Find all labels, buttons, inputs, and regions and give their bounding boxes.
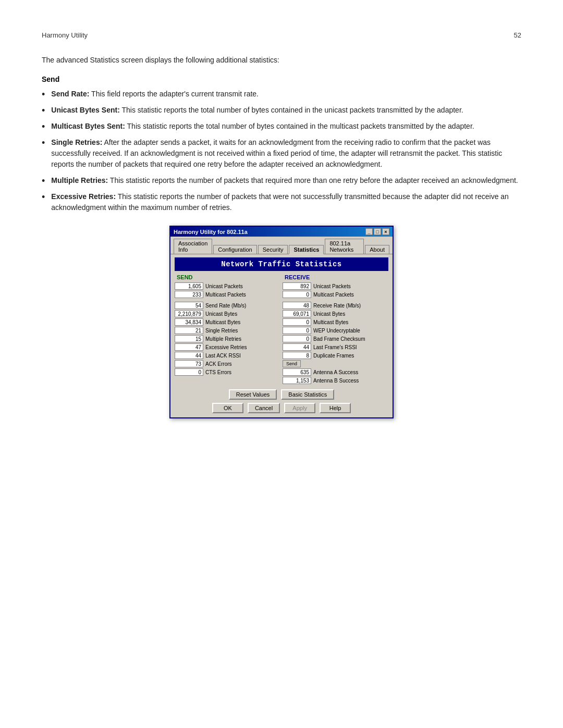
- send-excessive-retries: 47 Excessive Retries: [175, 343, 280, 351]
- bullet-text: Send Rate: This field reports the adapte…: [51, 89, 259, 100]
- recv-last-rssi-value: 44: [283, 343, 311, 351]
- send-multiple-retries: 15 Multiple Retries: [175, 335, 280, 342]
- recv-receive-rate: 48 Receive Rate (Mb/s): [283, 302, 388, 309]
- recv-multicast-packets-label: Multicast Packets: [313, 292, 354, 298]
- apply-button[interactable]: Apply: [284, 403, 315, 413]
- send-ack-errors: 73 ACK Errors: [175, 360, 280, 367]
- tab-security[interactable]: Security: [258, 245, 288, 254]
- send-unicast-packets-label: Unicast Packets: [205, 283, 243, 289]
- send-single-retries-value: 21: [175, 327, 203, 334]
- recv-antenna-b-label: Antenna B Success: [313, 378, 359, 384]
- bullet-text: Multiple Retries: This statistic reports…: [51, 175, 518, 186]
- send-row-multicast-packets: 233 Multicast Packets: [175, 291, 280, 298]
- send-last-ack-rssi: 44 Last ACK RSSI: [175, 352, 280, 359]
- recv-multicast-packets-value: 0: [283, 291, 311, 298]
- dialog-body: Network Traffic Statistics SEND 1,605 Un…: [170, 254, 393, 417]
- page-number: 52: [514, 31, 521, 39]
- send-single-retries-label: Single Retries: [205, 328, 238, 334]
- dialog-tabs: Association Info Configuration Security …: [170, 237, 393, 254]
- dialog-titlebar: Harmony Utility for 802.11a _ □ ×: [170, 227, 393, 237]
- bullet-symbol: •: [42, 106, 45, 115]
- receive-bottom-col: 48 Receive Rate (Mb/s) 69,071 Unicast By…: [283, 302, 388, 385]
- bullet-item: •Multiple Retries: This statistic report…: [42, 175, 521, 186]
- dialog-container: Harmony Utility for 802.11a _ □ × Associ…: [42, 226, 521, 418]
- recv-antenna-a-label: Antenna A Success: [313, 369, 358, 375]
- basic-statistics-button[interactable]: Basic Statistics: [281, 389, 334, 400]
- send-multicast-packets-label: Multicast Packets: [205, 292, 246, 298]
- send-bottom-col: 54 Send Rate (Mb/s) 2,210,879 Unicast By…: [175, 302, 280, 385]
- send-row-unicast-packets: 1,605 Unicast Packets: [175, 282, 280, 290]
- recv-wep-label: WEP Undecryptable: [313, 328, 360, 334]
- send-excessive-retries-label: Excessive Retries: [205, 344, 247, 350]
- recv-row-multicast-packets: 0 Multicast Packets: [283, 291, 388, 298]
- recv-duplicate-frames: 8 Duplicate Frames: [283, 352, 388, 359]
- send-cts-errors-value: 0: [175, 368, 203, 376]
- recv-unicast-bytes: 69,071 Unicast Bytes: [283, 310, 388, 317]
- tab-statistics[interactable]: Statistics: [289, 245, 324, 254]
- send-excessive-retries-value: 47: [175, 343, 203, 351]
- dialog-window: Harmony Utility for 802.11a _ □ × Associ…: [169, 226, 394, 418]
- tab-about[interactable]: About: [365, 245, 389, 254]
- send-label-row: Send: [283, 360, 388, 367]
- bullet-item: •Send Rate: This field reports the adapt…: [42, 89, 521, 100]
- recv-duplicate-value: 8: [283, 352, 311, 359]
- send-cts-errors: 0 CTS Errors: [175, 368, 280, 376]
- tab-configuration[interactable]: Configuration: [213, 245, 256, 254]
- bullet-list: •Send Rate: This field reports the adapt…: [42, 89, 521, 213]
- bullet-item: •Single Retries: After the adapter sends…: [42, 137, 521, 170]
- send-single-retries: 21 Single Retries: [175, 327, 280, 334]
- maximize-button[interactable]: □: [374, 228, 381, 235]
- help-button[interactable]: Help: [320, 403, 351, 413]
- tab-association-info[interactable]: Association Info: [174, 239, 212, 254]
- recv-antenna-b: 1,153 Antenna B Success: [283, 377, 388, 384]
- minimize-button[interactable]: _: [365, 228, 373, 235]
- stats-top-section: SEND 1,605 Unicast Packets 233 Multicast…: [175, 274, 388, 299]
- recv-antenna-a-value: 635: [283, 368, 311, 376]
- ok-button[interactable]: OK: [212, 403, 243, 413]
- recv-antenna-b-value: 1,153: [283, 377, 311, 384]
- tab-networks[interactable]: 802.11a Networks: [325, 239, 364, 254]
- stats-bottom-section: 54 Send Rate (Mb/s) 2,210,879 Unicast By…: [175, 302, 388, 385]
- recv-unicast-packets-label: Unicast Packets: [313, 283, 351, 289]
- receive-section: RECEIVE 892 Unicast Packets 0 Multicast …: [283, 274, 388, 299]
- page-header: Harmony Utility 52: [42, 31, 521, 39]
- send-multicast-bytes-value: 34,834: [175, 318, 203, 326]
- send-header: SEND: [175, 274, 280, 280]
- send-last-ack-rssi-value: 44: [175, 352, 203, 359]
- send-multiple-retries-label: Multiple Retries: [205, 336, 241, 342]
- close-button[interactable]: ×: [382, 228, 389, 235]
- send-multicast-packets-value: 233: [175, 291, 203, 298]
- send-unicast-packets-value: 1,605: [175, 282, 203, 290]
- recv-rate-label: Receive Rate (Mb/s): [313, 303, 361, 309]
- intro-text: The advanced Statistics screen displays …: [42, 55, 521, 66]
- recv-bad-frame-label: Bad Frame Checksum: [313, 336, 365, 342]
- recv-unicast-bytes-label: Unicast Bytes: [313, 311, 345, 317]
- recv-multicast-bytes: 0 Multicast Bytes: [283, 318, 388, 326]
- bullet-symbol: •: [42, 122, 45, 131]
- bullet-text: Single Retries: After the adapter sends …: [51, 137, 521, 170]
- send-unicast-bytes-value: 2,210,879: [175, 310, 203, 317]
- recv-bad-frame-value: 0: [283, 335, 311, 342]
- send-rate-value: 54: [175, 302, 203, 309]
- recv-rate-value: 48: [283, 302, 311, 309]
- send-unicast-bytes: 2,210,879 Unicast Bytes: [175, 310, 280, 317]
- stats-header: Network Traffic Statistics: [175, 257, 388, 271]
- recv-duplicate-label: Duplicate Frames: [313, 353, 354, 359]
- bullet-item: •Excessive Retries: This statistic repor…: [42, 191, 521, 213]
- bullet-symbol: •: [42, 176, 45, 186]
- send-unicast-bytes-label: Unicast Bytes: [205, 311, 237, 317]
- recv-unicast-bytes-value: 69,071: [283, 310, 311, 317]
- send-multiple-retries-value: 15: [175, 335, 203, 342]
- page: Harmony Utility 52 The advanced Statisti…: [0, 0, 563, 728]
- recv-wep-undecryptable: 0 WEP Undecryptable: [283, 327, 388, 334]
- recv-wep-value: 0: [283, 327, 311, 334]
- mid-buttons: Reset Values Basic Statistics: [175, 389, 388, 400]
- send-ack-errors-label: ACK Errors: [205, 361, 232, 367]
- bullet-symbol: •: [42, 90, 45, 99]
- reset-values-button[interactable]: Reset Values: [229, 389, 277, 400]
- receive-header: RECEIVE: [283, 274, 388, 280]
- recv-bad-frame-checksum: 0 Bad Frame Checksum: [283, 335, 388, 342]
- bullet-text: Multicast Bytes Sent: This statistic rep…: [51, 121, 474, 132]
- cancel-button[interactable]: Cancel: [248, 403, 280, 413]
- send-rate-label: Send Rate (Mb/s): [205, 303, 246, 309]
